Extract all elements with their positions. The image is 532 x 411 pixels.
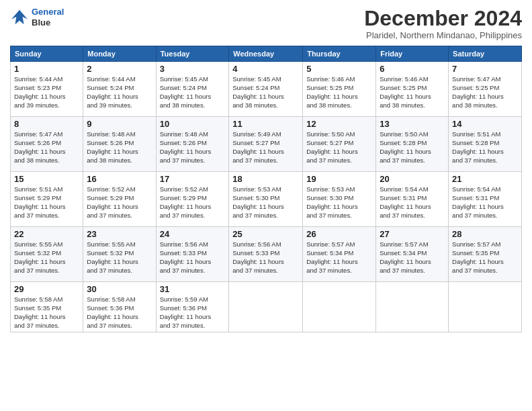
week-row-4: 22Sunrise: 5:55 AMSunset: 5:32 PMDayligh… (11, 227, 522, 282)
location: Plaridel, Northern Mindanao, Philippines (364, 30, 522, 40)
calendar-cell (376, 282, 449, 332)
header: General Blue December 2024 Plaridel, Nor… (10, 7, 522, 40)
day-number: 24 (160, 229, 226, 239)
day-number: 11 (232, 119, 299, 129)
week-row-3: 15Sunrise: 5:51 AMSunset: 5:29 PMDayligh… (11, 172, 522, 227)
cell-text: Sunrise: 5:47 AMSunset: 5:25 PMDaylight:… (452, 75, 504, 108)
col-saturday: Saturday (449, 46, 522, 62)
calendar-cell: 1Sunrise: 5:44 AMSunset: 5:23 PMDaylight… (11, 62, 83, 117)
logo: General Blue (10, 7, 64, 28)
day-number: 31 (160, 284, 226, 294)
cell-text: Sunrise: 5:50 AMSunset: 5:28 PMDaylight:… (380, 130, 431, 163)
calendar-cell: 10Sunrise: 5:48 AMSunset: 5:26 PMDayligh… (156, 117, 229, 172)
calendar-cell: 19Sunrise: 5:53 AMSunset: 5:30 PMDayligh… (303, 172, 376, 227)
cell-text: Sunrise: 5:56 AMSunset: 5:33 PMDaylight:… (232, 240, 284, 273)
calendar-cell: 18Sunrise: 5:53 AMSunset: 5:30 PMDayligh… (229, 172, 303, 227)
day-number: 23 (87, 229, 152, 239)
cell-text: Sunrise: 5:48 AMSunset: 5:26 PMDaylight:… (87, 130, 138, 163)
calendar-cell: 5Sunrise: 5:46 AMSunset: 5:25 PMDaylight… (303, 62, 376, 117)
cell-text: Sunrise: 5:48 AMSunset: 5:26 PMDaylight:… (160, 130, 212, 163)
calendar-cell: 3Sunrise: 5:45 AMSunset: 5:24 PMDaylight… (156, 62, 229, 117)
cell-text: Sunrise: 5:56 AMSunset: 5:33 PMDaylight:… (160, 240, 212, 273)
calendar-cell: 17Sunrise: 5:52 AMSunset: 5:29 PMDayligh… (156, 172, 229, 227)
week-row-5: 29Sunrise: 5:58 AMSunset: 5:35 PMDayligh… (11, 282, 522, 332)
cell-text: Sunrise: 5:55 AMSunset: 5:32 PMDaylight:… (87, 240, 138, 273)
cell-text: Sunrise: 5:53 AMSunset: 5:30 PMDaylight:… (232, 185, 284, 218)
cell-text: Sunrise: 5:58 AMSunset: 5:36 PMDaylight:… (87, 295, 138, 328)
col-wednesday: Wednesday (229, 46, 303, 62)
cell-text: Sunrise: 5:53 AMSunset: 5:30 PMDaylight:… (306, 185, 358, 218)
cell-text: Sunrise: 5:46 AMSunset: 5:25 PMDaylight:… (380, 75, 431, 108)
day-number: 21 (452, 174, 518, 184)
calendar-cell (449, 282, 522, 332)
cell-text: Sunrise: 5:54 AMSunset: 5:31 PMDaylight:… (452, 185, 504, 218)
calendar-cell: 4Sunrise: 5:45 AMSunset: 5:24 PMDaylight… (229, 62, 303, 117)
calendar-cell: 23Sunrise: 5:55 AMSunset: 5:32 PMDayligh… (83, 227, 156, 282)
logo-text: General Blue (32, 7, 64, 28)
calendar-cell: 28Sunrise: 5:57 AMSunset: 5:35 PMDayligh… (449, 227, 522, 282)
cell-text: Sunrise: 5:55 AMSunset: 5:32 PMDaylight:… (14, 240, 66, 273)
month-title: December 2024 (364, 7, 522, 30)
day-number: 1 (14, 64, 79, 74)
calendar-cell: 15Sunrise: 5:51 AMSunset: 5:29 PMDayligh… (11, 172, 83, 227)
day-number: 20 (380, 174, 445, 184)
calendar-cell: 12Sunrise: 5:50 AMSunset: 5:27 PMDayligh… (303, 117, 376, 172)
day-number: 30 (87, 284, 152, 294)
cell-text: Sunrise: 5:45 AMSunset: 5:24 PMDaylight:… (232, 75, 284, 108)
day-number: 16 (87, 174, 152, 184)
cell-text: Sunrise: 5:58 AMSunset: 5:35 PMDaylight:… (14, 295, 66, 328)
day-number: 6 (380, 64, 445, 74)
calendar-cell: 16Sunrise: 5:52 AMSunset: 5:29 PMDayligh… (83, 172, 156, 227)
cell-text: Sunrise: 5:44 AMSunset: 5:23 PMDaylight:… (14, 75, 66, 108)
day-number: 17 (160, 174, 226, 184)
cell-text: Sunrise: 5:49 AMSunset: 5:27 PMDaylight:… (232, 130, 284, 163)
calendar-cell: 25Sunrise: 5:56 AMSunset: 5:33 PMDayligh… (229, 227, 303, 282)
calendar-cell: 20Sunrise: 5:54 AMSunset: 5:31 PMDayligh… (376, 172, 449, 227)
cell-text: Sunrise: 5:52 AMSunset: 5:29 PMDaylight:… (87, 185, 138, 218)
page: General Blue December 2024 Plaridel, Nor… (0, 0, 532, 411)
day-number: 8 (14, 119, 79, 129)
calendar-cell: 8Sunrise: 5:47 AMSunset: 5:26 PMDaylight… (11, 117, 83, 172)
col-sunday: Sunday (11, 46, 83, 62)
day-number: 25 (232, 229, 299, 239)
day-number: 27 (380, 229, 445, 239)
cell-text: Sunrise: 5:47 AMSunset: 5:26 PMDaylight:… (14, 130, 66, 163)
day-number: 19 (306, 174, 372, 184)
week-row-2: 8Sunrise: 5:47 AMSunset: 5:26 PMDaylight… (11, 117, 522, 172)
calendar-cell: 7Sunrise: 5:47 AMSunset: 5:25 PMDaylight… (449, 62, 522, 117)
day-number: 22 (14, 229, 79, 239)
cell-text: Sunrise: 5:50 AMSunset: 5:27 PMDaylight:… (306, 130, 358, 163)
col-thursday: Thursday (303, 46, 376, 62)
cell-text: Sunrise: 5:45 AMSunset: 5:24 PMDaylight:… (160, 75, 212, 108)
day-number: 3 (160, 64, 226, 74)
calendar-cell: 24Sunrise: 5:56 AMSunset: 5:33 PMDayligh… (156, 227, 229, 282)
cell-text: Sunrise: 5:52 AMSunset: 5:29 PMDaylight:… (160, 185, 212, 218)
cell-text: Sunrise: 5:57 AMSunset: 5:34 PMDaylight:… (380, 240, 431, 273)
day-number: 13 (380, 119, 445, 129)
calendar-cell: 6Sunrise: 5:46 AMSunset: 5:25 PMDaylight… (376, 62, 449, 117)
header-row: Sunday Monday Tuesday Wednesday Thursday… (11, 46, 522, 62)
day-number: 12 (306, 119, 372, 129)
cell-text: Sunrise: 5:57 AMSunset: 5:34 PMDaylight:… (306, 240, 358, 273)
day-number: 5 (306, 64, 372, 74)
calendar-cell: 26Sunrise: 5:57 AMSunset: 5:34 PMDayligh… (303, 227, 376, 282)
day-number: 18 (232, 174, 299, 184)
cell-text: Sunrise: 5:51 AMSunset: 5:29 PMDaylight:… (14, 185, 66, 218)
calendar-cell (303, 282, 376, 332)
day-number: 10 (160, 119, 226, 129)
col-friday: Friday (376, 46, 449, 62)
calendar-cell (229, 282, 303, 332)
svg-marker-0 (11, 9, 28, 24)
calendar-table: Sunday Monday Tuesday Wednesday Thursday… (10, 46, 522, 332)
title-section: December 2024 Plaridel, Northern Mindana… (364, 7, 522, 40)
calendar-cell: 29Sunrise: 5:58 AMSunset: 5:35 PMDayligh… (11, 282, 83, 332)
day-number: 4 (232, 64, 299, 74)
week-row-1: 1Sunrise: 5:44 AMSunset: 5:23 PMDaylight… (11, 62, 522, 117)
calendar-cell: 14Sunrise: 5:51 AMSunset: 5:28 PMDayligh… (449, 117, 522, 172)
calendar-cell: 22Sunrise: 5:55 AMSunset: 5:32 PMDayligh… (11, 227, 83, 282)
cell-text: Sunrise: 5:57 AMSunset: 5:35 PMDaylight:… (452, 240, 504, 273)
day-number: 9 (87, 119, 152, 129)
day-number: 26 (306, 229, 372, 239)
calendar-cell: 30Sunrise: 5:58 AMSunset: 5:36 PMDayligh… (83, 282, 156, 332)
day-number: 14 (452, 119, 518, 129)
